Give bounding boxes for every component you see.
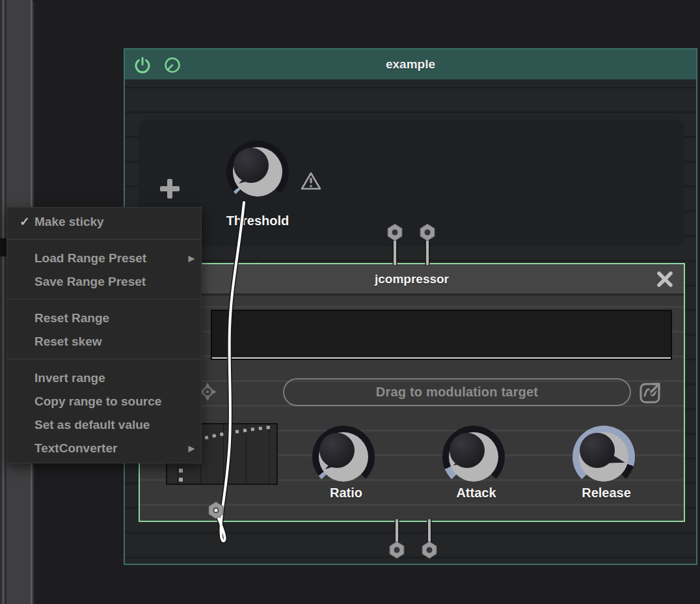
menu-item-label: Make sticky [34, 215, 104, 228]
menu-item-textconverter[interactable]: TextConverter ▶ [7, 437, 201, 460]
release-knob[interactable] [572, 426, 635, 488]
table-gridline [269, 424, 269, 484]
close-icon[interactable] [655, 269, 675, 289]
menu-separator [7, 299, 201, 299]
window-example-title: example [125, 57, 696, 72]
attack-knob-core [450, 433, 485, 468]
menu-item-reset-skew[interactable]: Reset skew [7, 330, 201, 353]
window-jcompressor: jcompressor Drag to modulation target [139, 263, 685, 522]
menu-item-load-range-preset[interactable]: Load Range Preset ▶ [7, 247, 201, 270]
ratio-knob-label: Ratio [294, 486, 398, 501]
gain-reduction-display [211, 310, 672, 360]
window-jcompressor-titlebar[interactable]: jcompressor [140, 264, 684, 295]
menu-item-save-range-preset[interactable]: Save Range Preset [7, 270, 201, 294]
menu-item-reset-range[interactable]: Reset Range [7, 307, 201, 330]
submenu-arrow-icon: ▶ [189, 247, 195, 270]
attack-knob-label: Attack [424, 486, 528, 501]
add-icon[interactable] [159, 178, 181, 200]
window-jcompressor-body: jcompressor Drag to modulation target [140, 264, 684, 521]
menu-item-make-sticky[interactable]: ✓ Make sticky [7, 210, 201, 234]
drag-to-modulation-target[interactable]: Drag to modulation target [283, 378, 631, 406]
menu-separator [7, 239, 201, 240]
canvas: { "window": { "title": "example" }, "pan… [0, 0, 700, 604]
submenu-arrow-icon: ▶ [189, 437, 195, 460]
table-gridline [246, 424, 247, 484]
ratio-knob[interactable] [312, 426, 375, 488]
attack-knob[interactable] [442, 426, 505, 488]
menu-item-copy-range-to-source[interactable]: Copy range to source [7, 390, 201, 413]
menu-item-label: Set as default value [34, 418, 150, 432]
ratio-knob-core [319, 433, 355, 468]
menu-item-label: Copy range to source [34, 394, 161, 408]
modulation-graph-icon[interactable] [638, 379, 664, 405]
context-menu: ✓ Make sticky Load Range Preset ▶ Save R… [7, 207, 202, 463]
threshold-knob-label: Threshold [206, 213, 310, 228]
threshold-knob-core [234, 148, 269, 183]
menu-item-label: Reset Range [34, 311, 109, 325]
menu-item-set-as-default-value[interactable]: Set as default value [7, 413, 201, 437]
warning-icon [300, 171, 322, 191]
dock-edge-highlight [2, 0, 5, 604]
table-gridline [223, 424, 224, 484]
menu-item-invert-range[interactable]: Invert range [7, 366, 201, 390]
menu-item-label: Reset skew [34, 335, 102, 348]
window-example-titlebar[interactable]: example [125, 49, 696, 79]
menu-item-label: Invert range [34, 371, 105, 385]
release-knob-core [580, 433, 615, 468]
threshold-knob[interactable] [226, 141, 289, 203]
menu-item-label: TextConverter [34, 441, 117, 455]
interface-panel: Threshold [139, 120, 684, 247]
window-jcompressor-title: jcompressor [140, 264, 684, 294]
release-knob-label: Release [554, 486, 658, 501]
dock-notch [0, 238, 7, 256]
check-icon: ✓ [16, 210, 33, 234]
menu-item-label: Save Range Preset [34, 275, 146, 288]
menu-separator [7, 359, 201, 359]
menu-item-label: Load Range Preset [34, 251, 146, 265]
